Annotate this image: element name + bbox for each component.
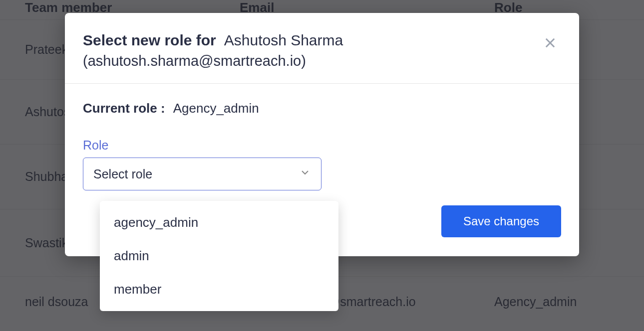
modal-title: Select new role for Ashutosh Sharma [83,32,561,49]
current-role-row: Current role : Agency_admin [83,101,561,116]
dropdown-option-agency-admin[interactable]: agency_admin [100,206,338,239]
save-changes-button[interactable]: Save changes [441,205,561,237]
modal-user-name: Ashutosh Sharma [224,32,343,49]
chevron-down-icon [299,166,311,181]
modal-overlay[interactable]: Select new role for Ashutosh Sharma (ash… [0,0,644,331]
modal-title-prefix: Select new role for [83,32,216,49]
modal-header: Select new role for Ashutosh Sharma (ash… [65,13,579,84]
close-icon [543,36,557,52]
modal-body: Current role : Agency_admin Role Select … [65,84,579,205]
current-role-value: Agency_admin [173,101,259,116]
dropdown-option-member[interactable]: member [100,273,338,306]
modal-user-email: (ashutosh.sharma@smartreach.io) [83,53,561,69]
role-field-label: Role [83,138,561,153]
role-select[interactable]: Select role [83,158,322,190]
role-dropdown-menu: agency_admin admin member [100,201,338,311]
close-button[interactable] [542,36,558,52]
role-select-placeholder: Select role [93,167,152,181]
dropdown-option-admin[interactable]: admin [100,239,338,273]
current-role-label: Current role : [83,101,165,116]
